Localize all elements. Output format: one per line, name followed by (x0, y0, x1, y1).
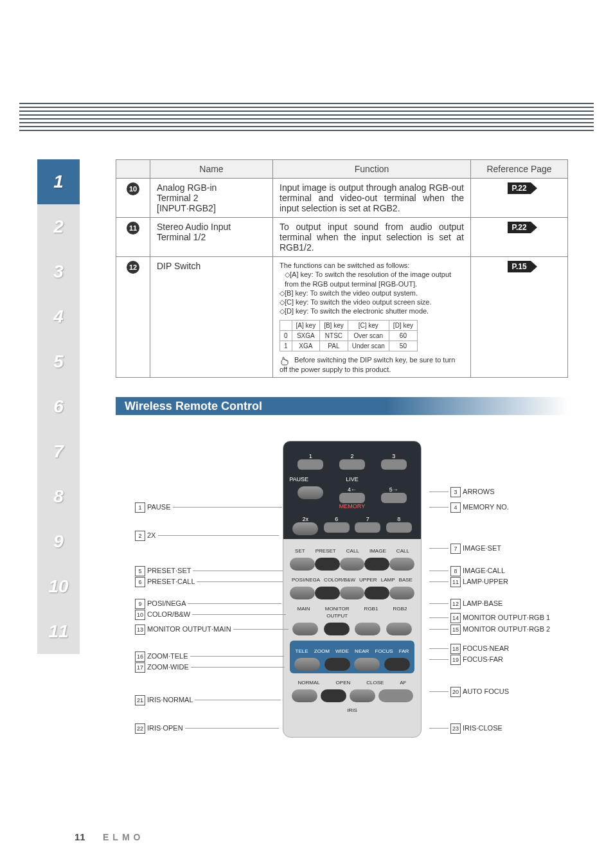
page-ref-badge: P.22 (508, 182, 530, 194)
dip-note: Before switching the DIP switch key, be … (280, 355, 464, 373)
header-stripes (19, 103, 594, 141)
row-func-dip: The functions can be switched as follows… (273, 257, 471, 378)
remote-top-panel: 1 2 3 PAUSE LIVE 4←MEMORY 5→ (283, 441, 421, 539)
remote-btn (339, 459, 365, 470)
row-func: To output input sound from audio output … (273, 218, 471, 257)
callout-right: 20AUTO FOCUS (429, 687, 509, 697)
callout-right: 19FOCUS·FAR (429, 655, 503, 665)
remote-btn (298, 459, 323, 470)
table-row: 12 DIP Switch The functions can be switc… (116, 257, 568, 378)
col-ref: Reference Page (471, 160, 568, 179)
callout-right: 8IMAGE·CALL (429, 566, 505, 576)
dip-intro: The functions can be switched as follows… (280, 261, 464, 270)
callout-left: 13MONITOR OUTPUT·MAIN (135, 624, 289, 635)
remote-btn (355, 522, 380, 533)
side-11: 11 (37, 609, 80, 654)
callout-left: 21IRIS·NORMAL (135, 695, 281, 705)
section-index-sidebar: 1 2 3 4 5 6 7 8 9 10 11 (37, 159, 80, 654)
dip-line: ◇[A] key: To switch the resolution of th… (280, 270, 464, 288)
remote-btn (381, 493, 407, 503)
col-function: Function (273, 160, 471, 179)
dip-line: ◇[B] key: To switch the video output sys… (280, 288, 464, 297)
callout-right: 7IMAGE·SET (429, 544, 501, 554)
callout-left: 16ZOOM·TELE (135, 651, 284, 662)
side-2: 2 (37, 204, 80, 249)
brand-logo: ELMO (103, 832, 144, 842)
side-3: 3 (37, 249, 80, 294)
callout-right: 11LAMP·UPPER (429, 577, 508, 587)
hand-icon (280, 355, 290, 366)
side-4: 4 (37, 294, 80, 339)
side-10: 10 (37, 564, 80, 609)
callout-right: 14MONITOR OUTPUT·RGB 1 (429, 613, 550, 623)
callout-right: 23IRIS·CLOSE (429, 723, 502, 734)
remote-body: 1 2 3 PAUSE LIVE 4←MEMORY 5→ (283, 441, 422, 738)
row-func: Input image is output through analog RGB… (273, 179, 471, 218)
callout-left: 17ZOOM·WIDE (135, 662, 285, 673)
callout-left: 10COLOR/B&W (135, 610, 286, 620)
row-name: Stereo Audio Input Terminal 1/2 (150, 218, 273, 257)
row-num: 10 (127, 182, 139, 195)
row-num: 12 (127, 261, 139, 274)
callout-right: 18FOCUS·NEAR (429, 644, 509, 654)
side-7: 7 (37, 429, 80, 474)
dip-inner-table: [A] key [B] key [C] key [D] key 0 SXGA N… (280, 320, 418, 351)
page: 1 2 3 4 5 6 7 8 9 10 11 Name Function Re… (0, 0, 613, 868)
page-ref-badge: P.15 (508, 261, 530, 272)
row-name: DIP Switch (150, 257, 273, 378)
dip-line: ◇[D] key: To switch the electronic shutt… (280, 306, 464, 315)
callout-right: 4MEMORY NO. (429, 502, 509, 513)
content: Name Function Reference Page 10 Analog R… (116, 159, 568, 775)
table-row: 11 Stereo Audio Input Terminal 1/2 To ou… (116, 218, 568, 257)
callout-left: 6PRESET·CALL (135, 577, 283, 587)
side-6: 6 (37, 384, 80, 429)
side-8: 8 (37, 474, 80, 519)
side-9: 9 (37, 519, 80, 564)
callout-left: 5PRESET·SET (135, 566, 283, 576)
page-ref-badge: P.22 (508, 222, 530, 233)
terminal-table: Name Function Reference Page 10 Analog R… (116, 159, 568, 378)
row-num: 11 (127, 222, 139, 235)
remote-btn (386, 522, 412, 533)
callout-left: 1PAUSE (135, 502, 282, 513)
side-5: 5 (37, 339, 80, 384)
remote-btn-2x (292, 522, 318, 535)
remote-btn (381, 459, 407, 470)
col-name: Name (150, 160, 273, 179)
callout-right: 15MONITOR OUTPUT·RGB 2 (429, 624, 550, 635)
page-number: 11 (75, 831, 85, 842)
col-num (116, 160, 150, 179)
dip-line: ◇[C] key: To switch the video output scr… (280, 297, 464, 306)
callout-left: 22IRIS·OPEN (135, 723, 279, 734)
remote-diagram: 1 2 3 PAUSE LIVE 4←MEMORY 5→ (116, 441, 568, 775)
side-1: 1 (37, 159, 80, 204)
callout-left: 22X (135, 531, 279, 541)
table-row: 10 Analog RGB-in Terminal 2 [INPUT·RGB2]… (116, 179, 568, 218)
row-name: Analog RGB-in Terminal 2 [INPUT·RGB2] (150, 179, 273, 218)
callout-right: 12LAMP·BASE (429, 599, 502, 609)
remote-btn-pause (298, 486, 323, 499)
section-title: Wireless Remote Control (116, 397, 568, 415)
remote-btn (339, 493, 365, 503)
callout-right: 3ARROWS (429, 487, 495, 497)
remote-btn (324, 522, 350, 533)
callout-left: 9POSI/NEGA (135, 599, 281, 609)
